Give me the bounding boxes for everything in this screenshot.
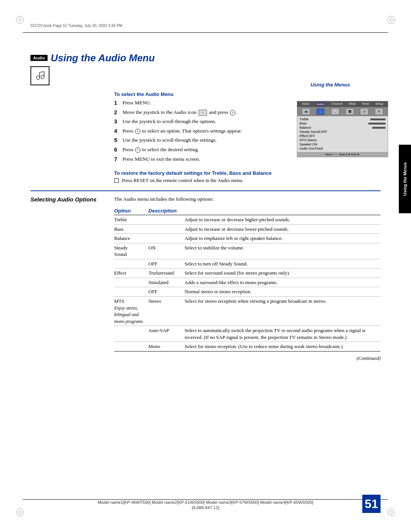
menu-row-bass: Bass <box>299 121 386 125</box>
step-1: 1 Press MENU. <box>114 99 291 107</box>
step-2: 2 Move the joystick to the Audio icon ♪ … <box>114 109 291 117</box>
audio-badge: Audio <box>30 55 48 61</box>
svg-point-1 <box>41 75 44 79</box>
option-bass: Bass <box>114 224 148 234</box>
subsection-title: To select the Audio Menu <box>114 91 381 97</box>
circle-plus-icon: + <box>230 110 235 115</box>
svg-point-0 <box>37 76 40 80</box>
table-row: OFF Select to turn off Steady Sound. <box>114 259 381 268</box>
selecting-right: The Audio menu includes the following op… <box>114 196 381 361</box>
step-7: 7 Press MENU to exit the menu screen. <box>114 156 291 163</box>
sub-effect-tru: TruSurround <box>148 268 185 278</box>
table-row: MTSEnjoy stereo, bilingual and mono prog… <box>114 296 381 326</box>
audio-icon <box>30 66 49 85</box>
restore-title: To restore the factory default settings … <box>114 170 381 176</box>
table-row: Treble Adjust to increase or decrease hi… <box>114 215 381 225</box>
table-row: OFF Normal stereo or mono reception. <box>114 287 381 297</box>
option-balance: Balance <box>114 234 148 243</box>
table-row: SteadySound ON Select to stabilize the v… <box>114 243 381 259</box>
menu-icon-channel: 📡 <box>331 108 339 115</box>
continued-text: (Continued) <box>114 355 381 361</box>
selecting-title: Selecting Audio Options <box>30 196 107 203</box>
sub-mts-stereo: Stereo <box>148 296 185 326</box>
sub-mts-mono: Mono <box>148 342 185 351</box>
restore-section: To restore the factory default settings … <box>114 170 381 184</box>
table-row: Simulated Adds a surround-like effect to… <box>114 278 381 287</box>
footer-models: Model name1[KP-46WT500] Model name2[KP-5… <box>30 500 381 505</box>
selecting-left: Selecting Audio Options <box>30 196 107 361</box>
audio-svg-icon <box>33 69 46 82</box>
bottom-rule <box>23 499 388 500</box>
menu-icon-video: 📺 <box>302 108 310 115</box>
desc-bass: Adjust to increase or decrease lower-pit… <box>185 224 381 234</box>
page-number: 51 <box>362 495 381 513</box>
sub-treble <box>148 215 185 225</box>
menu-icon-wide: ⬛ <box>346 108 354 115</box>
step-4: 4 Press + to select an option. That opti… <box>114 128 291 135</box>
table-row: Mono Select for mono reception. (Use to … <box>114 342 381 351</box>
option-steady-empty <box>114 259 148 268</box>
page-footer: Model name1[KP-46WT500] Model name2[KP-5… <box>30 500 381 513</box>
table-row: Bass Adjust to increase or decrease lowe… <box>114 224 381 234</box>
col-desc-extra <box>185 207 381 215</box>
option-effect-empty2 <box>114 287 148 297</box>
menu-row-speaker: Speaker:ON <box>299 142 386 146</box>
sub-bass <box>148 224 185 234</box>
col-description: Description <box>148 207 185 215</box>
menu-footer: Move: ↕↔ Select:⊕ End:⊖ <box>297 152 388 157</box>
selecting-section: Selecting Audio Options The Audio menu i… <box>30 196 381 361</box>
instructions-layout: To select the Audio Menu 1 Press MENU. 2… <box>30 91 381 184</box>
desc-effect-tru: Select for surround sound (for stereo pr… <box>185 268 381 278</box>
option-mts: MTSEnjoy stereo, bilingual and mono prog… <box>114 296 148 326</box>
title-left: Audio Using the Audio Menu <box>30 51 155 85</box>
menu-icon-setup: ⚙ <box>375 108 383 115</box>
corner-mark-bl <box>15 508 24 517</box>
menu-icon-timer: ⏱ <box>360 108 368 115</box>
footer-code: [4-088-847-12] <box>30 505 381 510</box>
menu-screenshot-box: Video Audio Channel Wide Timer Setup 📺 ♪… <box>297 101 388 157</box>
menu-icon-row: 📺 ♪ 📡 ⬛ ⏱ ⚙ <box>297 107 388 116</box>
restore-item: Press RESET on the remote control when i… <box>114 177 381 184</box>
table-row: Effect TruSurround Select for surround s… <box>114 268 381 278</box>
desc-balance: Adjust to emphasize left or right speake… <box>185 234 381 243</box>
sub-steady-off: OFF <box>148 259 185 268</box>
desc-effect-off: Normal stereo or mono reception. <box>185 287 381 297</box>
circle-plus-icon-3: + <box>135 147 140 153</box>
desc-mts-stereo: Select for stereo reception when viewing… <box>185 296 381 326</box>
desc-mts-autosap: Select to automatically switch the proje… <box>185 326 381 342</box>
menu-icon-audio: ♪ <box>316 108 325 115</box>
menu-row-effect: Effect:OFF <box>299 134 386 138</box>
instructions-left <box>30 91 107 184</box>
sub-effect-off: OFF <box>148 287 185 297</box>
options-table: Option Description Treble Adjust to incr… <box>114 207 381 351</box>
menu-row-audioout: Audio Out:Fixed <box>299 147 386 150</box>
desc-steady-on: Select to stabilize the volume. <box>185 243 381 259</box>
main-content: Using the Menus Audio Using the Audio Me… <box>30 44 381 361</box>
table-row: Auto-SAP Select to automatically switch … <box>114 326 381 342</box>
side-tab: Using the Menus <box>399 145 411 213</box>
corner-mark-tl <box>15 15 24 24</box>
step-6: 6 Press + to select the desired setting. <box>114 146 291 154</box>
menu-row-treble: Treble <box>299 117 386 121</box>
option-treble: Treble <box>114 215 148 225</box>
intro-text: The Audio menu includes the following op… <box>114 196 381 203</box>
page-header: Using the Menus <box>311 82 350 88</box>
sub-mts-autosap: Auto-SAP <box>148 326 185 342</box>
circle-plus-icon-2: + <box>135 129 140 134</box>
mts-italic-note: Enjoy stereo, bilingual and mono program… <box>114 305 143 324</box>
file-info: 01COV.book Page 51 Tuesday, July 30, 200… <box>30 24 122 28</box>
side-tab-label: Using the Menus <box>403 162 407 196</box>
step-5: 5 Use the joystick to scroll through the… <box>114 137 291 144</box>
menu-content: Treble Bass Balance Steady S <box>297 116 388 152</box>
audio-inline-icon: ♪ <box>199 110 207 116</box>
svg-line-4 <box>40 72 44 72</box>
corner-mark-br <box>387 508 396 517</box>
corner-mark-tr <box>387 15 396 24</box>
option-mts-empty2 <box>114 342 148 351</box>
desc-steady-off: Select to turn off Steady Sound. <box>185 259 381 268</box>
col-option: Option <box>114 207 148 215</box>
page-title: Using the Audio Menu <box>51 52 155 64</box>
menu-screenshot: Video Audio Channel Wide Timer Setup 📺 ♪… <box>297 99 381 165</box>
steps-container: 1 Press MENU. 2 Move the joystick to the… <box>114 99 291 165</box>
instructions-with-screenshot: 1 Press MENU. 2 Move the joystick to the… <box>114 99 381 165</box>
